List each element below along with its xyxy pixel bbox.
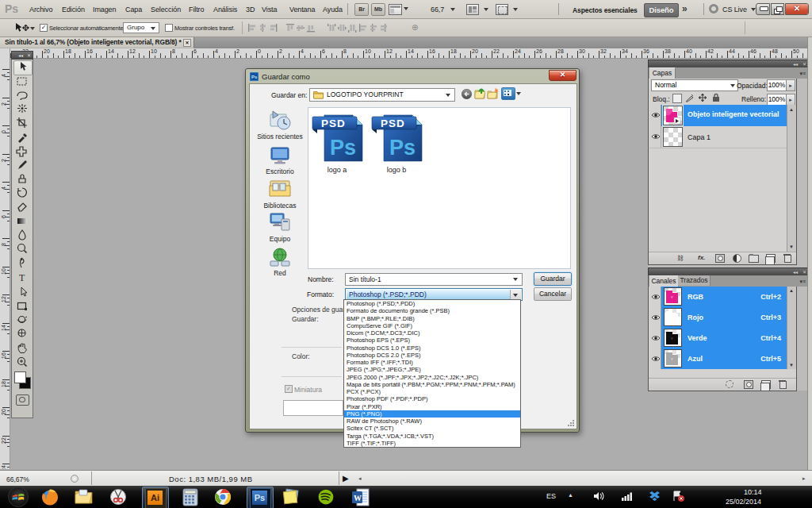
svg-text:Ps: Ps: [389, 136, 416, 160]
svg-text:Y: Y: [671, 357, 673, 361]
svg-text:Y: Y: [671, 337, 673, 341]
svg-text:PSD: PSD: [381, 117, 405, 129]
svg-text:W: W: [354, 494, 362, 502]
svg-text:Ps: Ps: [330, 136, 356, 160]
svg-text:Ps: Ps: [251, 75, 258, 79]
svg-text:PSD: PSD: [321, 117, 346, 129]
svg-text:T: T: [19, 272, 25, 283]
svg-text:Y: Y: [671, 295, 673, 299]
